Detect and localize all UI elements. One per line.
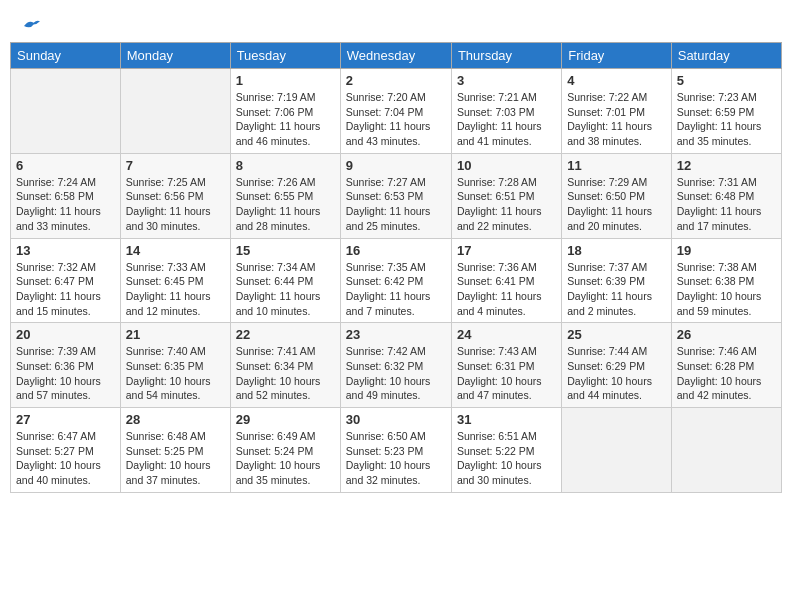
daylight-text: Daylight: 11 hours and 30 minutes. — [126, 204, 225, 233]
day-header-monday: Monday — [120, 43, 230, 69]
sunrise-text: Sunrise: 7:28 AM — [457, 175, 556, 190]
daylight-text: Daylight: 11 hours and 33 minutes. — [16, 204, 115, 233]
sunrise-text: Sunrise: 7:35 AM — [346, 260, 446, 275]
day-number: 10 — [457, 158, 556, 173]
sunset-text: Sunset: 6:58 PM — [16, 189, 115, 204]
day-info: Sunrise: 7:41 AMSunset: 6:34 PMDaylight:… — [236, 344, 335, 403]
sunset-text: Sunset: 6:42 PM — [346, 274, 446, 289]
sunset-text: Sunset: 6:28 PM — [677, 359, 776, 374]
sunrise-text: Sunrise: 7:21 AM — [457, 90, 556, 105]
sunrise-text: Sunrise: 7:34 AM — [236, 260, 335, 275]
sunset-text: Sunset: 7:03 PM — [457, 105, 556, 120]
daylight-text: Daylight: 10 hours and 37 minutes. — [126, 458, 225, 487]
day-number: 26 — [677, 327, 776, 342]
calendar-cell: 7Sunrise: 7:25 AMSunset: 6:56 PMDaylight… — [120, 153, 230, 238]
daylight-text: Daylight: 11 hours and 25 minutes. — [346, 204, 446, 233]
sunrise-text: Sunrise: 7:37 AM — [567, 260, 665, 275]
calendar-cell: 3Sunrise: 7:21 AMSunset: 7:03 PMDaylight… — [451, 69, 561, 154]
day-number: 23 — [346, 327, 446, 342]
calendar-cell: 12Sunrise: 7:31 AMSunset: 6:48 PMDayligh… — [671, 153, 781, 238]
sunset-text: Sunset: 6:53 PM — [346, 189, 446, 204]
day-info: Sunrise: 7:21 AMSunset: 7:03 PMDaylight:… — [457, 90, 556, 149]
sunset-text: Sunset: 6:56 PM — [126, 189, 225, 204]
daylight-text: Daylight: 11 hours and 15 minutes. — [16, 289, 115, 318]
sunset-text: Sunset: 6:29 PM — [567, 359, 665, 374]
day-info: Sunrise: 7:33 AMSunset: 6:45 PMDaylight:… — [126, 260, 225, 319]
day-header-sunday: Sunday — [11, 43, 121, 69]
calendar-cell: 22Sunrise: 7:41 AMSunset: 6:34 PMDayligh… — [230, 323, 340, 408]
logo-bird-icon — [22, 18, 42, 34]
day-header-saturday: Saturday — [671, 43, 781, 69]
sunset-text: Sunset: 6:35 PM — [126, 359, 225, 374]
sunrise-text: Sunrise: 7:33 AM — [126, 260, 225, 275]
day-info: Sunrise: 7:35 AMSunset: 6:42 PMDaylight:… — [346, 260, 446, 319]
day-number: 5 — [677, 73, 776, 88]
sunset-text: Sunset: 7:06 PM — [236, 105, 335, 120]
sunset-text: Sunset: 6:38 PM — [677, 274, 776, 289]
calendar-cell: 14Sunrise: 7:33 AMSunset: 6:45 PMDayligh… — [120, 238, 230, 323]
calendar-cell — [120, 69, 230, 154]
sunrise-text: Sunrise: 7:43 AM — [457, 344, 556, 359]
sunrise-text: Sunrise: 7:41 AM — [236, 344, 335, 359]
day-number: 15 — [236, 243, 335, 258]
daylight-text: Daylight: 10 hours and 35 minutes. — [236, 458, 335, 487]
sunrise-text: Sunrise: 7:27 AM — [346, 175, 446, 190]
calendar-cell: 23Sunrise: 7:42 AMSunset: 6:32 PMDayligh… — [340, 323, 451, 408]
day-number: 6 — [16, 158, 115, 173]
day-number: 18 — [567, 243, 665, 258]
daylight-text: Daylight: 11 hours and 7 minutes. — [346, 289, 446, 318]
daylight-text: Daylight: 10 hours and 30 minutes. — [457, 458, 556, 487]
sunset-text: Sunset: 6:59 PM — [677, 105, 776, 120]
day-info: Sunrise: 7:24 AMSunset: 6:58 PMDaylight:… — [16, 175, 115, 234]
sunrise-text: Sunrise: 7:26 AM — [236, 175, 335, 190]
day-number: 8 — [236, 158, 335, 173]
day-info: Sunrise: 7:38 AMSunset: 6:38 PMDaylight:… — [677, 260, 776, 319]
day-info: Sunrise: 7:27 AMSunset: 6:53 PMDaylight:… — [346, 175, 446, 234]
day-number: 12 — [677, 158, 776, 173]
calendar-cell: 27Sunrise: 6:47 AMSunset: 5:27 PMDayligh… — [11, 408, 121, 493]
sunrise-text: Sunrise: 7:38 AM — [677, 260, 776, 275]
day-info: Sunrise: 7:28 AMSunset: 6:51 PMDaylight:… — [457, 175, 556, 234]
day-info: Sunrise: 6:49 AMSunset: 5:24 PMDaylight:… — [236, 429, 335, 488]
day-header-tuesday: Tuesday — [230, 43, 340, 69]
calendar-cell: 4Sunrise: 7:22 AMSunset: 7:01 PMDaylight… — [562, 69, 671, 154]
sunrise-text: Sunrise: 7:40 AM — [126, 344, 225, 359]
calendar-cell: 11Sunrise: 7:29 AMSunset: 6:50 PMDayligh… — [562, 153, 671, 238]
daylight-text: Daylight: 11 hours and 46 minutes. — [236, 119, 335, 148]
calendar-cell: 5Sunrise: 7:23 AMSunset: 6:59 PMDaylight… — [671, 69, 781, 154]
sunset-text: Sunset: 6:32 PM — [346, 359, 446, 374]
daylight-text: Daylight: 11 hours and 35 minutes. — [677, 119, 776, 148]
page-header — [10, 10, 782, 38]
day-number: 7 — [126, 158, 225, 173]
daylight-text: Daylight: 11 hours and 10 minutes. — [236, 289, 335, 318]
sunrise-text: Sunrise: 7:20 AM — [346, 90, 446, 105]
sunrise-text: Sunrise: 7:25 AM — [126, 175, 225, 190]
daylight-text: Daylight: 10 hours and 59 minutes. — [677, 289, 776, 318]
sunrise-text: Sunrise: 7:46 AM — [677, 344, 776, 359]
sunrise-text: Sunrise: 7:44 AM — [567, 344, 665, 359]
day-number: 28 — [126, 412, 225, 427]
daylight-text: Daylight: 11 hours and 17 minutes. — [677, 204, 776, 233]
day-number: 17 — [457, 243, 556, 258]
sunset-text: Sunset: 6:51 PM — [457, 189, 556, 204]
day-info: Sunrise: 7:19 AMSunset: 7:06 PMDaylight:… — [236, 90, 335, 149]
day-number: 4 — [567, 73, 665, 88]
daylight-text: Daylight: 11 hours and 28 minutes. — [236, 204, 335, 233]
sunset-text: Sunset: 6:44 PM — [236, 274, 335, 289]
day-info: Sunrise: 7:36 AMSunset: 6:41 PMDaylight:… — [457, 260, 556, 319]
day-info: Sunrise: 7:34 AMSunset: 6:44 PMDaylight:… — [236, 260, 335, 319]
week-row-4: 20Sunrise: 7:39 AMSunset: 6:36 PMDayligh… — [11, 323, 782, 408]
calendar-cell: 19Sunrise: 7:38 AMSunset: 6:38 PMDayligh… — [671, 238, 781, 323]
day-number: 30 — [346, 412, 446, 427]
sunset-text: Sunset: 7:01 PM — [567, 105, 665, 120]
calendar-cell: 2Sunrise: 7:20 AMSunset: 7:04 PMDaylight… — [340, 69, 451, 154]
calendar-table: SundayMondayTuesdayWednesdayThursdayFrid… — [10, 42, 782, 493]
sunset-text: Sunset: 7:04 PM — [346, 105, 446, 120]
sunrise-text: Sunrise: 6:51 AM — [457, 429, 556, 444]
sunset-text: Sunset: 6:39 PM — [567, 274, 665, 289]
sunset-text: Sunset: 5:24 PM — [236, 444, 335, 459]
sunrise-text: Sunrise: 7:22 AM — [567, 90, 665, 105]
week-row-1: 1Sunrise: 7:19 AMSunset: 7:06 PMDaylight… — [11, 69, 782, 154]
day-info: Sunrise: 6:47 AMSunset: 5:27 PMDaylight:… — [16, 429, 115, 488]
daylight-text: Daylight: 11 hours and 22 minutes. — [457, 204, 556, 233]
